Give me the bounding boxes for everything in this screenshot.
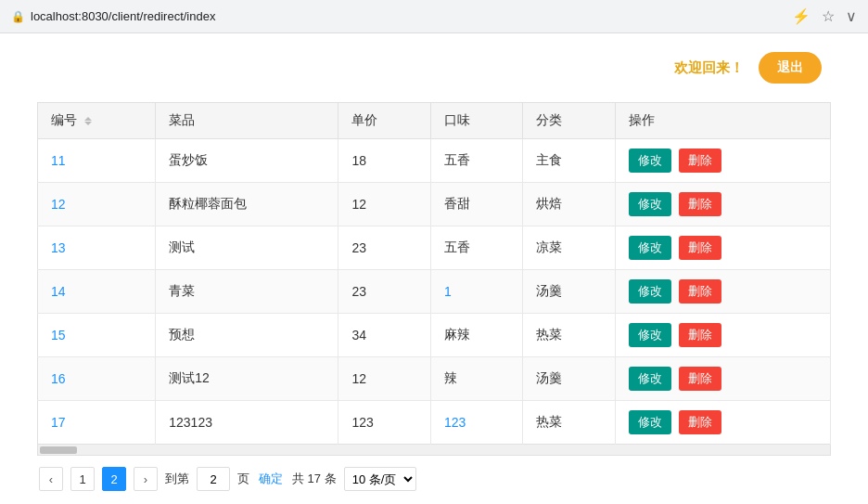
- delete-button[interactable]: 删除: [679, 192, 721, 216]
- cell-name: 测试: [156, 226, 338, 270]
- cell-price: 34: [338, 314, 431, 357]
- cell-id: 12: [38, 183, 156, 226]
- cell-flavor: 麻辣: [430, 314, 523, 357]
- edit-button[interactable]: 修改: [629, 192, 671, 216]
- delete-button[interactable]: 删除: [679, 236, 721, 260]
- cell-actions: 修改 删除: [615, 314, 830, 357]
- page-content: 欢迎回来！ 退出 编号 菜品 单价 口味 分类 操作 11: [0, 33, 868, 504]
- table-row: 14 青菜 23 1 汤羹 修改 删除: [38, 270, 831, 314]
- delete-button[interactable]: 删除: [679, 410, 721, 434]
- cell-actions: 修改 删除: [615, 226, 830, 270]
- cell-flavor: 香甜: [430, 183, 523, 226]
- data-table: 编号 菜品 单价 口味 分类 操作 11 蛋炒饭 18 五香 主食 修改: [37, 102, 831, 445]
- cell-id: 15: [38, 314, 156, 357]
- table-row: 15 预想 34 麻辣 热菜 修改 删除: [38, 314, 831, 357]
- col-flavor: 口味: [430, 103, 523, 139]
- cell-category: 主食: [523, 139, 616, 183]
- cell-category: 热菜: [523, 401, 616, 445]
- delete-button[interactable]: 删除: [679, 367, 721, 391]
- welcome-text: 欢迎回来！: [674, 59, 744, 77]
- table-row: 17 123123 123 123 热菜 修改 删除: [38, 401, 831, 445]
- header-area: 欢迎回来！ 退出: [37, 52, 831, 84]
- page-1-button[interactable]: 1: [70, 467, 95, 491]
- cell-price: 23: [338, 226, 431, 270]
- delete-button[interactable]: 删除: [679, 279, 721, 304]
- table-row: 16 测试12 12 辣 汤羹 修改 删除: [38, 357, 831, 401]
- cell-name: 123123: [156, 401, 338, 445]
- cell-id: 11: [38, 139, 156, 183]
- col-name: 菜品: [156, 103, 338, 139]
- delete-button[interactable]: 删除: [679, 149, 721, 173]
- browser-chrome: 🔒 localhost:8030/client/redirect/index ⚡…: [0, 0, 868, 33]
- next-page-button[interactable]: ›: [134, 467, 158, 491]
- cell-id: 16: [38, 357, 156, 401]
- cell-price: 23: [338, 270, 431, 314]
- cell-price: 123: [338, 401, 431, 445]
- cell-id: 17: [38, 401, 156, 445]
- scroll-thumb: [40, 446, 77, 454]
- table-row: 12 酥粒椰蓉面包 12 香甜 烘焙 修改 删除: [38, 183, 831, 226]
- cell-flavor: 五香: [430, 139, 523, 183]
- cell-flavor: 五香: [430, 226, 523, 270]
- sort-icon: [84, 117, 92, 125]
- menu-icon: ∨: [846, 7, 857, 25]
- table-row: 13 测试 23 五香 凉菜 修改 删除: [38, 226, 831, 270]
- browser-actions: ⚡ ☆ ∨: [792, 7, 857, 25]
- cell-category: 烘焙: [523, 183, 616, 226]
- table-scrollbar[interactable]: [37, 445, 831, 456]
- edit-button[interactable]: 修改: [629, 323, 671, 347]
- per-page-select[interactable]: 10 条/页 20 条/页 50 条/页: [344, 467, 416, 491]
- address-bar[interactable]: 🔒 localhost:8030/client/redirect/index: [11, 9, 785, 23]
- cell-category: 热菜: [523, 314, 616, 357]
- edit-button[interactable]: 修改: [629, 367, 671, 391]
- url-text: localhost:8030/client/redirect/index: [31, 9, 215, 23]
- cell-actions: 修改 删除: [615, 183, 830, 226]
- cell-name: 预想: [156, 314, 338, 357]
- edit-button[interactable]: 修改: [629, 236, 671, 260]
- page-unit-label: 页: [237, 471, 249, 487]
- col-actions: 操作: [615, 103, 830, 139]
- logout-button[interactable]: 退出: [759, 52, 822, 84]
- cell-actions: 修改 删除: [615, 139, 830, 183]
- edit-button[interactable]: 修改: [629, 410, 671, 434]
- cell-category: 汤羹: [523, 270, 616, 314]
- prev-page-button[interactable]: ‹: [39, 467, 63, 491]
- cell-name: 测试12: [156, 357, 338, 401]
- edit-button[interactable]: 修改: [629, 279, 671, 304]
- cell-flavor: 123: [430, 401, 523, 445]
- delete-button[interactable]: 删除: [679, 323, 721, 347]
- page-2-button[interactable]: 2: [102, 467, 126, 491]
- cell-price: 18: [338, 139, 431, 183]
- lightning-icon: ⚡: [792, 7, 811, 25]
- cell-category: 汤羹: [523, 357, 616, 401]
- table-header-row: 编号 菜品 单价 口味 分类 操作: [38, 103, 831, 139]
- cell-id: 14: [38, 270, 156, 314]
- goto-label: 到第: [165, 471, 189, 487]
- col-category: 分类: [523, 103, 616, 139]
- table-row: 11 蛋炒饭 18 五香 主食 修改 删除: [38, 139, 831, 183]
- goto-input[interactable]: [197, 467, 230, 491]
- cell-flavor: 1: [430, 270, 523, 314]
- cell-price: 12: [338, 357, 431, 401]
- cell-name: 青菜: [156, 270, 338, 314]
- cell-name: 蛋炒饭: [156, 139, 338, 183]
- col-price: 单价: [338, 103, 431, 139]
- lock-icon: 🔒: [11, 10, 25, 23]
- cell-category: 凉菜: [523, 226, 616, 270]
- cell-name: 酥粒椰蓉面包: [156, 183, 338, 226]
- star-icon: ☆: [822, 7, 835, 25]
- goto-confirm-button[interactable]: 确定: [257, 471, 285, 487]
- edit-button[interactable]: 修改: [629, 149, 671, 173]
- cell-actions: 修改 删除: [615, 270, 830, 314]
- col-id[interactable]: 编号: [38, 103, 156, 139]
- cell-actions: 修改 删除: [615, 357, 830, 401]
- pagination-area: ‹ 1 2 › 到第 页 确定 共 17 条 10 条/页 20 条/页 50 …: [37, 467, 831, 491]
- cell-actions: 修改 删除: [615, 401, 830, 445]
- cell-flavor: 辣: [430, 357, 523, 401]
- cell-price: 12: [338, 183, 431, 226]
- col-id-label: 编号: [51, 112, 77, 127]
- total-count: 共 17 条: [292, 471, 337, 487]
- cell-id: 13: [38, 226, 156, 270]
